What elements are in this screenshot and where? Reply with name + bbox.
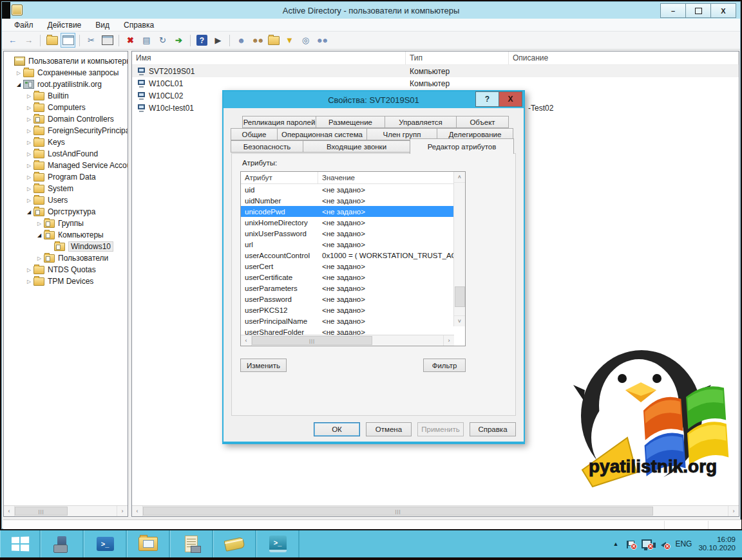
- scroll-up-icon[interactable]: ˄: [454, 172, 465, 183]
- delete-icon[interactable]: ✖: [123, 33, 138, 48]
- menu-view[interactable]: Вид: [90, 19, 115, 31]
- expander-icon[interactable]: ▷: [15, 70, 22, 76]
- expander-icon[interactable]: ▷: [26, 93, 32, 99]
- tree-item-program-data[interactable]: ▷Program Data: [4, 171, 128, 183]
- cut-icon[interactable]: ✂: [84, 33, 99, 48]
- tree-item-builtin[interactable]: ▷Builtin: [4, 90, 128, 102]
- minimize-button[interactable]: –: [660, 3, 686, 18]
- filter-icon[interactable]: ▼: [282, 33, 297, 48]
- cancel-button[interactable]: Отмена: [366, 422, 412, 436]
- new-window-icon[interactable]: ▶: [211, 33, 225, 48]
- tab-security[interactable]: Безопасность: [231, 140, 303, 153]
- expander-icon[interactable]: ▷: [26, 140, 32, 145]
- attribute-row[interactable]: userParameters<не задано>: [241, 283, 454, 294]
- start-button[interactable]: [0, 530, 41, 557]
- column-header-description[interactable]: Описание: [509, 51, 739, 64]
- expander-icon[interactable]: ▷: [26, 267, 32, 273]
- taskbar-help-book[interactable]: [213, 530, 256, 557]
- taskbar-powershell[interactable]: >_: [84, 530, 127, 557]
- scroll-thumb[interactable]: |||: [15, 507, 68, 516]
- volume-muted-icon[interactable]: [658, 539, 669, 548]
- column-header-attribute[interactable]: Атрибут: [241, 172, 318, 183]
- tree-item-foreign-security[interactable]: ▷ForeignSecurityPrincipals: [4, 125, 128, 136]
- help-icon[interactable]: ?: [195, 33, 209, 48]
- attribute-row[interactable]: unixHomeDirectory<не задано>: [241, 217, 454, 228]
- expander-icon[interactable]: ▷: [36, 221, 43, 227]
- expander-icon[interactable]: ▷: [26, 128, 32, 134]
- tree-item-computers-ou[interactable]: ◢Компьютеры: [4, 229, 128, 241]
- network-status-icon[interactable]: [642, 539, 652, 548]
- apply-button[interactable]: Применить: [417, 422, 464, 436]
- scroll-right-icon[interactable]: ›: [728, 506, 739, 516]
- tree-item-root[interactable]: Пользователи и компьютеры: [4, 55, 128, 67]
- tree-item-saved-queries[interactable]: ▷Сохраненные запросы: [4, 67, 128, 79]
- scroll-down-icon[interactable]: ˅: [454, 315, 465, 326]
- tree-item-keys[interactable]: ▷Keys: [4, 136, 128, 148]
- attributes-vertical-scrollbar[interactable]: ˄ ˅: [453, 172, 465, 326]
- scroll-left-icon[interactable]: ‹: [241, 335, 252, 346]
- language-indicator[interactable]: ENG: [675, 539, 692, 548]
- tree-item-groups[interactable]: ▷Группы: [4, 218, 128, 229]
- tree-item-users-ou[interactable]: ▷Пользователи: [4, 252, 128, 264]
- show-console-tree-icon[interactable]: [61, 33, 75, 48]
- tab-dial-in[interactable]: Входящие звонки: [303, 140, 410, 153]
- menu-file[interactable]: Файл: [8, 19, 39, 31]
- tab-password-replication[interactable]: Репликация паролей: [242, 116, 316, 128]
- tree-horizontal-scrollbar[interactable]: ‹ ||| ›: [4, 505, 128, 516]
- expander-icon[interactable]: ◢: [15, 82, 22, 88]
- tree-item-lostandfound[interactable]: ▷LostAndFound: [4, 148, 128, 160]
- attribute-row[interactable]: uidNumber<не задано>: [241, 195, 454, 206]
- scroll-right-icon[interactable]: ›: [117, 506, 128, 516]
- new-user-icon[interactable]: ☻: [234, 33, 249, 48]
- tab-operating-system[interactable]: Операционная система: [277, 128, 367, 140]
- taskbar-event-viewer[interactable]: [170, 530, 213, 557]
- scroll-thumb[interactable]: [455, 286, 465, 307]
- close-button[interactable]: X: [710, 3, 736, 18]
- expander-icon[interactable]: ▷: [26, 151, 32, 157]
- new-ou-icon[interactable]: [266, 33, 281, 48]
- expander-icon[interactable]: ▷: [26, 117, 32, 122]
- tab-attribute-editor[interactable]: Редактор атрибутов: [410, 138, 514, 154]
- dialog-help-button[interactable]: ?: [475, 91, 499, 107]
- attribute-row-selected[interactable]: unicodePwd<не задано>: [241, 206, 454, 217]
- expander-icon[interactable]: ▷: [26, 163, 32, 169]
- column-header-value[interactable]: Значение: [318, 172, 454, 183]
- menu-help[interactable]: Справка: [118, 19, 160, 31]
- attribute-row[interactable]: userCertificate<не задано>: [241, 272, 454, 283]
- refresh-icon[interactable]: ↻: [155, 33, 170, 48]
- edit-button[interactable]: Изменить: [240, 359, 287, 372]
- expander-icon[interactable]: ▷: [26, 198, 32, 203]
- expander-icon[interactable]: ◢: [36, 232, 43, 238]
- tree-item-orgstructure[interactable]: ◢Оргструктура: [4, 206, 128, 218]
- back-icon[interactable]: ←: [5, 33, 20, 48]
- tree-item-system[interactable]: ▷System: [4, 183, 128, 194]
- delegate-icon[interactable]: ☻☻: [314, 33, 329, 48]
- attribute-row[interactable]: userPrincipalName<не задано>: [241, 315, 454, 326]
- tray-expand-icon[interactable]: ▲: [613, 541, 619, 547]
- attribute-row[interactable]: userPassword<не задано>: [241, 294, 454, 304]
- attribute-row[interactable]: uid<не задано>: [241, 184, 454, 195]
- attributes-horizontal-scrollbar[interactable]: ‹ ||| ›: [241, 335, 454, 346]
- export-list-icon[interactable]: ➔: [171, 33, 186, 48]
- expander-icon[interactable]: ▷: [26, 279, 32, 285]
- tree-item-tpm-devices[interactable]: ▷TPM Devices: [4, 275, 128, 287]
- tree-item-managed-service[interactable]: ▷Managed Service Accounts: [4, 160, 128, 171]
- list-row-w10cl01[interactable]: W10CL01 Компьютер: [132, 77, 739, 89]
- attribute-row[interactable]: userAccountControl0x1000 = ( WORKSTATION…: [241, 250, 454, 261]
- ok-button[interactable]: ОК: [314, 422, 360, 436]
- expander-icon[interactable]: ▷: [36, 256, 43, 261]
- new-group-icon[interactable]: ☻☻: [250, 33, 265, 48]
- taskbar-powershell-ise[interactable]: >_: [256, 530, 300, 557]
- expander-icon[interactable]: ▷: [26, 105, 32, 111]
- column-header-type[interactable]: Тип: [406, 51, 509, 64]
- dialog-close-button[interactable]: X: [499, 91, 522, 107]
- tab-general[interactable]: Общие: [231, 128, 278, 140]
- scroll-right-icon[interactable]: ›: [443, 335, 454, 346]
- scroll-thumb[interactable]: |||: [143, 507, 653, 516]
- filter-button[interactable]: Фильтр: [423, 359, 466, 372]
- tab-location[interactable]: Размещение: [316, 116, 385, 128]
- attribute-row[interactable]: userCert<не задано>: [241, 261, 454, 272]
- taskbar-server-manager[interactable]: [41, 530, 84, 557]
- help-button[interactable]: Справка: [470, 422, 516, 436]
- tab-object[interactable]: Объект: [456, 116, 509, 128]
